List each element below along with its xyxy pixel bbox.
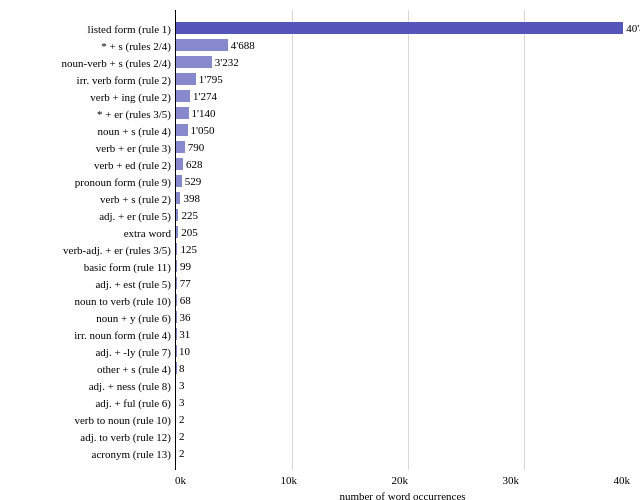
bar-fill-11 — [176, 209, 178, 221]
bar-fill-4 — [176, 90, 190, 102]
row-label-21: adj. + ness (rule 8) — [0, 377, 175, 394]
row-label-17: noun + y (rule 6) — [0, 309, 175, 326]
bar-fill-12 — [176, 226, 178, 238]
bar-value-13: 125 — [180, 243, 197, 255]
bar-row-14: 99 — [176, 258, 640, 274]
bar-row-20: 8 — [176, 360, 640, 376]
bar-fill-15 — [176, 277, 177, 289]
row-label-1: * + s (rules 2/4) — [0, 37, 175, 54]
bar-row-4: 1'274 — [176, 88, 640, 104]
bar-value-6: 1'050 — [191, 124, 215, 136]
bar-value-1: 4'688 — [231, 39, 255, 51]
bar-value-11: 225 — [181, 209, 198, 221]
bar-row-16: 68 — [176, 292, 640, 308]
bar-value-3: 1'795 — [199, 73, 223, 85]
x-ticks: 0k10k20k30k40k — [175, 470, 630, 486]
bar-fill-9 — [176, 175, 182, 187]
x-tick-0: 0k — [175, 474, 186, 486]
row-label-20: other + s (rule 4) — [0, 360, 175, 377]
bar-row-13: 125 — [176, 241, 640, 257]
x-tick-4: 40k — [614, 474, 631, 486]
bar-row-19: 10 — [176, 343, 640, 359]
bar-value-21: 3 — [179, 379, 185, 391]
bar-fill-3 — [176, 73, 196, 85]
row-label-8: verb + ed (rule 2) — [0, 156, 175, 173]
bar-value-4: 1'274 — [193, 90, 217, 102]
bar-value-19: 10 — [179, 345, 190, 357]
bar-value-15: 77 — [180, 277, 191, 289]
row-label-15: adj. + est (rule 5) — [0, 275, 175, 292]
row-label-10: verb + s (rule 2) — [0, 190, 175, 207]
bar-fill-14 — [176, 260, 177, 272]
bar-value-12: 205 — [181, 226, 198, 238]
bar-row-7: 790 — [176, 139, 640, 155]
row-label-11: adj. + er (rule 5) — [0, 207, 175, 224]
bar-row-10: 398 — [176, 190, 640, 206]
row-label-2: noun-verb + s (rules 2/4) — [0, 54, 175, 71]
bar-row-11: 225 — [176, 207, 640, 223]
bar-value-10: 398 — [183, 192, 200, 204]
row-label-12: extra word — [0, 224, 175, 241]
bar-fill-1 — [176, 39, 228, 51]
bar-value-20: 8 — [179, 362, 185, 374]
bar-value-0: 40'494 — [626, 22, 640, 34]
bar-row-2: 3'232 — [176, 54, 640, 70]
x-axis-label: number of word occurrences — [175, 486, 630, 500]
bar-value-5: 1'140 — [192, 107, 216, 119]
bar-row-24: 2 — [176, 428, 640, 444]
bar-row-17: 36 — [176, 309, 640, 325]
bar-row-12: 205 — [176, 224, 640, 240]
row-label-13: verb-adj. + er (rules 3/5) — [0, 241, 175, 258]
row-label-16: noun to verb (rule 10) — [0, 292, 175, 309]
row-label-6: noun + s (rule 4) — [0, 122, 175, 139]
chart-container: listed form (rule 1)* + s (rules 2/4)nou… — [0, 0, 640, 500]
bar-row-8: 628 — [176, 156, 640, 172]
bar-value-23: 2 — [179, 413, 185, 425]
bar-row-15: 77 — [176, 275, 640, 291]
bar-fill-16 — [176, 294, 177, 306]
bar-fill-13 — [176, 243, 177, 255]
bar-row-25: 2 — [176, 445, 640, 461]
bar-row-21: 3 — [176, 377, 640, 393]
bar-row-22: 3 — [176, 394, 640, 410]
bar-value-22: 3 — [179, 396, 185, 408]
bar-row-0: 40'494 — [176, 20, 640, 36]
row-label-9: pronoun form (rule 9) — [0, 173, 175, 190]
bar-fill-6 — [176, 124, 188, 136]
bar-value-7: 790 — [188, 141, 205, 153]
bar-row-23: 2 — [176, 411, 640, 427]
bar-value-8: 628 — [186, 158, 203, 170]
x-axis-area: 0k10k20k30k40k number of word occurrence… — [0, 470, 640, 500]
bar-value-14: 99 — [180, 260, 191, 272]
bar-row-18: 31 — [176, 326, 640, 342]
x-tick-3: 30k — [503, 474, 520, 486]
row-label-19: adj. + -ly (rule 7) — [0, 343, 175, 360]
bar-value-17: 36 — [179, 311, 190, 323]
row-label-14: basic form (rule 11) — [0, 258, 175, 275]
bar-value-9: 529 — [185, 175, 202, 187]
row-label-5: * + er (rules 3/5) — [0, 105, 175, 122]
row-label-22: adj. + ful (rule 6) — [0, 394, 175, 411]
bar-row-9: 529 — [176, 173, 640, 189]
bar-row-3: 1'795 — [176, 71, 640, 87]
row-label-0: listed form (rule 1) — [0, 20, 175, 37]
bar-fill-2 — [176, 56, 212, 68]
bar-value-24: 2 — [179, 430, 185, 442]
bar-fill-8 — [176, 158, 183, 170]
bar-fill-5 — [176, 107, 189, 119]
labels-column: listed form (rule 1)* + s (rules 2/4)nou… — [0, 10, 175, 470]
bar-fill-7 — [176, 141, 185, 153]
x-tick-2: 20k — [392, 474, 409, 486]
bar-value-2: 3'232 — [215, 56, 239, 68]
bar-value-16: 68 — [180, 294, 191, 306]
row-label-23: verb to noun (rule 10) — [0, 411, 175, 428]
bar-row-5: 1'140 — [176, 105, 640, 121]
bar-value-25: 2 — [179, 447, 185, 459]
bar-fill-10 — [176, 192, 180, 204]
row-label-4: verb + ing (rule 2) — [0, 88, 175, 105]
bar-row-1: 4'688 — [176, 37, 640, 53]
bar-row-6: 1'050 — [176, 122, 640, 138]
bar-fill-0 — [176, 22, 623, 34]
row-label-7: verb + er (rule 3) — [0, 139, 175, 156]
bar-value-18: 31 — [179, 328, 190, 340]
